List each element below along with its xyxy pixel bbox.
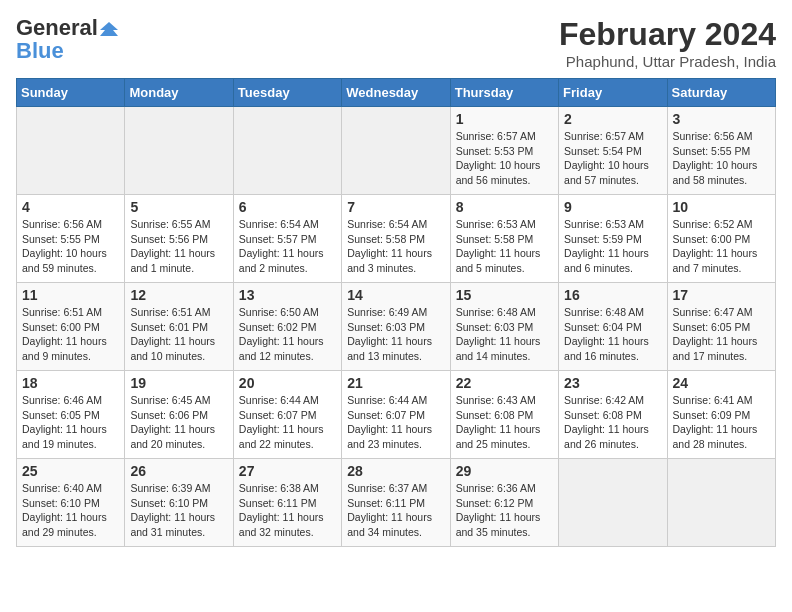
calendar-cell (342, 107, 450, 195)
calendar-header-row: SundayMondayTuesdayWednesdayThursdayFrid… (17, 79, 776, 107)
day-number: 10 (673, 199, 770, 215)
calendar-cell: 3Sunrise: 6:56 AMSunset: 5:55 PMDaylight… (667, 107, 775, 195)
day-info: Sunrise: 6:41 AMSunset: 6:09 PMDaylight:… (673, 394, 758, 450)
calendar-cell: 13Sunrise: 6:50 AMSunset: 6:02 PMDayligh… (233, 283, 341, 371)
calendar-cell: 10Sunrise: 6:52 AMSunset: 6:00 PMDayligh… (667, 195, 775, 283)
calendar-cell: 28Sunrise: 6:37 AMSunset: 6:11 PMDayligh… (342, 459, 450, 547)
calendar-cell: 17Sunrise: 6:47 AMSunset: 6:05 PMDayligh… (667, 283, 775, 371)
week-row-0: 1Sunrise: 6:57 AMSunset: 5:53 PMDaylight… (17, 107, 776, 195)
day-info: Sunrise: 6:57 AMSunset: 5:54 PMDaylight:… (564, 130, 649, 186)
day-number: 19 (130, 375, 227, 391)
day-info: Sunrise: 6:53 AMSunset: 5:59 PMDaylight:… (564, 218, 649, 274)
day-info: Sunrise: 6:44 AMSunset: 6:07 PMDaylight:… (347, 394, 432, 450)
logo-text: General (16, 16, 118, 40)
header-sunday: Sunday (17, 79, 125, 107)
header: General Blue February 2024 Phaphund, Utt… (16, 16, 776, 70)
day-number: 24 (673, 375, 770, 391)
calendar-cell: 2Sunrise: 6:57 AMSunset: 5:54 PMDaylight… (559, 107, 667, 195)
day-number: 25 (22, 463, 119, 479)
calendar-cell: 12Sunrise: 6:51 AMSunset: 6:01 PMDayligh… (125, 283, 233, 371)
day-info: Sunrise: 6:52 AMSunset: 6:00 PMDaylight:… (673, 218, 758, 274)
day-number: 15 (456, 287, 553, 303)
day-info: Sunrise: 6:48 AMSunset: 6:03 PMDaylight:… (456, 306, 541, 362)
calendar-cell: 21Sunrise: 6:44 AMSunset: 6:07 PMDayligh… (342, 371, 450, 459)
day-info: Sunrise: 6:49 AMSunset: 6:03 PMDaylight:… (347, 306, 432, 362)
day-number: 14 (347, 287, 444, 303)
day-info: Sunrise: 6:39 AMSunset: 6:10 PMDaylight:… (130, 482, 215, 538)
day-info: Sunrise: 6:40 AMSunset: 6:10 PMDaylight:… (22, 482, 107, 538)
calendar-cell (667, 459, 775, 547)
calendar-body: 1Sunrise: 6:57 AMSunset: 5:53 PMDaylight… (17, 107, 776, 547)
day-info: Sunrise: 6:56 AMSunset: 5:55 PMDaylight:… (22, 218, 107, 274)
calendar-cell: 15Sunrise: 6:48 AMSunset: 6:03 PMDayligh… (450, 283, 558, 371)
day-info: Sunrise: 6:37 AMSunset: 6:11 PMDaylight:… (347, 482, 432, 538)
day-info: Sunrise: 6:44 AMSunset: 6:07 PMDaylight:… (239, 394, 324, 450)
calendar-cell: 9Sunrise: 6:53 AMSunset: 5:59 PMDaylight… (559, 195, 667, 283)
calendar-cell: 27Sunrise: 6:38 AMSunset: 6:11 PMDayligh… (233, 459, 341, 547)
day-number: 26 (130, 463, 227, 479)
day-number: 1 (456, 111, 553, 127)
calendar-cell: 8Sunrise: 6:53 AMSunset: 5:58 PMDaylight… (450, 195, 558, 283)
calendar-cell: 14Sunrise: 6:49 AMSunset: 6:03 PMDayligh… (342, 283, 450, 371)
week-row-3: 18Sunrise: 6:46 AMSunset: 6:05 PMDayligh… (17, 371, 776, 459)
day-number: 16 (564, 287, 661, 303)
calendar-cell (233, 107, 341, 195)
day-number: 2 (564, 111, 661, 127)
calendar-cell: 24Sunrise: 6:41 AMSunset: 6:09 PMDayligh… (667, 371, 775, 459)
day-info: Sunrise: 6:47 AMSunset: 6:05 PMDaylight:… (673, 306, 758, 362)
header-saturday: Saturday (667, 79, 775, 107)
day-info: Sunrise: 6:45 AMSunset: 6:06 PMDaylight:… (130, 394, 215, 450)
day-number: 17 (673, 287, 770, 303)
day-number: 8 (456, 199, 553, 215)
title-area: February 2024 Phaphund, Uttar Pradesh, I… (559, 16, 776, 70)
main-title: February 2024 (559, 16, 776, 53)
day-info: Sunrise: 6:42 AMSunset: 6:08 PMDaylight:… (564, 394, 649, 450)
calendar-cell: 26Sunrise: 6:39 AMSunset: 6:10 PMDayligh… (125, 459, 233, 547)
day-number: 5 (130, 199, 227, 215)
calendar-cell (559, 459, 667, 547)
day-info: Sunrise: 6:54 AMSunset: 5:57 PMDaylight:… (239, 218, 324, 274)
calendar-cell: 22Sunrise: 6:43 AMSunset: 6:08 PMDayligh… (450, 371, 558, 459)
day-number: 9 (564, 199, 661, 215)
day-info: Sunrise: 6:50 AMSunset: 6:02 PMDaylight:… (239, 306, 324, 362)
calendar-cell: 16Sunrise: 6:48 AMSunset: 6:04 PMDayligh… (559, 283, 667, 371)
day-info: Sunrise: 6:43 AMSunset: 6:08 PMDaylight:… (456, 394, 541, 450)
week-row-2: 11Sunrise: 6:51 AMSunset: 6:00 PMDayligh… (17, 283, 776, 371)
calendar-cell: 11Sunrise: 6:51 AMSunset: 6:00 PMDayligh… (17, 283, 125, 371)
calendar-table: SundayMondayTuesdayWednesdayThursdayFrid… (16, 78, 776, 547)
day-info: Sunrise: 6:51 AMSunset: 6:01 PMDaylight:… (130, 306, 215, 362)
calendar-cell: 5Sunrise: 6:55 AMSunset: 5:56 PMDaylight… (125, 195, 233, 283)
day-number: 7 (347, 199, 444, 215)
day-number: 21 (347, 375, 444, 391)
header-monday: Monday (125, 79, 233, 107)
logo-blue-text: Blue (16, 38, 64, 64)
day-number: 23 (564, 375, 661, 391)
logo: General Blue (16, 16, 118, 64)
day-info: Sunrise: 6:38 AMSunset: 6:11 PMDaylight:… (239, 482, 324, 538)
day-info: Sunrise: 6:46 AMSunset: 6:05 PMDaylight:… (22, 394, 107, 450)
calendar-cell: 4Sunrise: 6:56 AMSunset: 5:55 PMDaylight… (17, 195, 125, 283)
calendar-cell: 6Sunrise: 6:54 AMSunset: 5:57 PMDaylight… (233, 195, 341, 283)
day-number: 6 (239, 199, 336, 215)
week-row-1: 4Sunrise: 6:56 AMSunset: 5:55 PMDaylight… (17, 195, 776, 283)
calendar-cell: 7Sunrise: 6:54 AMSunset: 5:58 PMDaylight… (342, 195, 450, 283)
day-number: 3 (673, 111, 770, 127)
day-number: 20 (239, 375, 336, 391)
calendar-cell: 29Sunrise: 6:36 AMSunset: 6:12 PMDayligh… (450, 459, 558, 547)
day-number: 12 (130, 287, 227, 303)
day-info: Sunrise: 6:56 AMSunset: 5:55 PMDaylight:… (673, 130, 758, 186)
week-row-4: 25Sunrise: 6:40 AMSunset: 6:10 PMDayligh… (17, 459, 776, 547)
svg-marker-0 (100, 22, 118, 36)
day-number: 29 (456, 463, 553, 479)
header-tuesday: Tuesday (233, 79, 341, 107)
header-thursday: Thursday (450, 79, 558, 107)
calendar-cell (125, 107, 233, 195)
day-number: 18 (22, 375, 119, 391)
day-number: 27 (239, 463, 336, 479)
calendar-cell: 19Sunrise: 6:45 AMSunset: 6:06 PMDayligh… (125, 371, 233, 459)
day-info: Sunrise: 6:36 AMSunset: 6:12 PMDaylight:… (456, 482, 541, 538)
day-info: Sunrise: 6:53 AMSunset: 5:58 PMDaylight:… (456, 218, 541, 274)
subtitle: Phaphund, Uttar Pradesh, India (559, 53, 776, 70)
day-number: 11 (22, 287, 119, 303)
logo-bird-icon (100, 22, 118, 36)
